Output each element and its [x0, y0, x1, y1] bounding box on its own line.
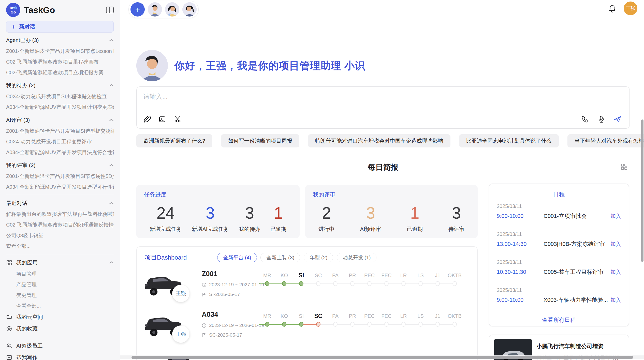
input-right-tools: [581, 115, 622, 124]
layout-grid-icon[interactable]: [621, 163, 628, 170]
project-row-z001[interactable]: 王强 Z001 2023-12-19 ~ 2027-01-19 SI-2025-…: [142, 268, 463, 299]
insert-image-button[interactable]: [158, 115, 167, 124]
project-dashboard-card: 项目Dashboard 全新平台 (4) 全新上装 (3) 年型 (2) 动总开…: [136, 246, 478, 360]
suggestion-chip[interactable]: 特朗普可能对进口汽车增税会对中国车企造成哪些影响: [308, 134, 450, 147]
sidebar-item[interactable]: C0X4-动力总成开发项目SI里程碑提交物检查: [6, 91, 114, 102]
screenshot-cut-button[interactable]: [173, 115, 182, 124]
horizontal-scrollbar-thumb[interactable]: [131, 356, 633, 359]
notifications-bell-icon[interactable]: [608, 4, 616, 12]
phone-icon: [581, 115, 589, 123]
sidebar-item-cloud-space[interactable]: 我的云空间: [6, 311, 114, 323]
section-ai-review-header[interactable]: AI评审 (3): [6, 114, 114, 126]
apps-view-all[interactable]: 查看全部...: [6, 301, 114, 311]
milestone-fec: FEC: [378, 271, 395, 299]
chevron-up-icon[interactable]: [109, 202, 114, 204]
app-item-product-mgmt[interactable]: 产品管理: [6, 279, 114, 290]
daily-brief-title: 每日简报: [368, 163, 398, 171]
sidebar-item[interactable]: C0X4-动力总成开发项目工程变更评审: [6, 136, 114, 147]
section-recent-header[interactable]: 最近对话: [6, 198, 114, 209]
sidebar-item[interactable]: Z001-全新燃油皮卡产品开发项目SI节点Lesson Learn报告: [6, 46, 114, 56]
section-title: 我的评审 (2): [6, 162, 36, 169]
agent-avatar-1[interactable]: [148, 2, 162, 17]
join-link[interactable]: 加入: [610, 213, 621, 220]
app-item-change-mgmt[interactable]: 变更管理: [6, 290, 114, 301]
suggestion-chip[interactable]: 如何写一份清晰的项目周报: [221, 134, 299, 147]
my-apps-label: 我的应用: [16, 259, 105, 266]
milestone-si: SI: [293, 312, 310, 340]
chat-input[interactable]: [143, 91, 550, 101]
agent-avatar-3[interactable]: [182, 2, 197, 17]
milestone-lr: LR: [395, 312, 412, 340]
plus-icon: ＋: [10, 23, 17, 31]
suggestion-chip[interactable]: 欧洲新规最近颁布了什么?: [136, 134, 212, 147]
sidebar-item[interactable]: C02-飞腾新能源轻客改款项目立项汇报方案: [6, 67, 114, 78]
card-title: 我的评审: [313, 191, 470, 199]
cloud-space-label: 我的云空间: [16, 313, 43, 321]
send-button[interactable]: [613, 115, 622, 124]
divider: [6, 195, 114, 195]
project-info: A034 2023-12-19 ~ 2026-01-19 SC-2025-05-…: [202, 309, 258, 340]
section-my-review-header[interactable]: 我的评审 (2): [6, 160, 114, 171]
chevron-up-icon[interactable]: [109, 39, 114, 41]
sidebar-item[interactable]: Z001-全新燃油轻卡产品开发项目SI节点属性5D文件评审: [6, 171, 114, 182]
recent-item[interactable]: 公司Q3轻卡销量: [6, 230, 114, 241]
agent-avatar-2[interactable]: [165, 2, 179, 17]
flag-icon: [202, 292, 207, 297]
project-name: A034: [202, 311, 258, 319]
event-date: 2025/03/11: [497, 287, 621, 293]
sidebar-item[interactable]: Z001-全新燃油轻卡产品开发项目SI造型提交物评审: [6, 126, 114, 136]
event-name: C005-整车工程目标评审: [544, 268, 610, 276]
sidebar: Task Go TaskGo ＋ 新对话 Agent已办 (3) Z001-全新…: [0, 0, 120, 360]
clock-icon: [202, 323, 207, 328]
collapse-sidebar-icon[interactable]: [106, 7, 114, 13]
section-agent-done-header[interactable]: Agent已办 (3): [6, 35, 114, 46]
suggestion-chip[interactable]: 比亚迪全固态电池计划具体说了什么: [459, 134, 559, 147]
my-apps-header[interactable]: 我的应用: [6, 257, 114, 268]
chevron-up-icon[interactable]: [109, 164, 114, 167]
taskgo-logo: Task Go: [6, 3, 20, 17]
logo-line2: Go: [11, 10, 16, 14]
voice-call-button[interactable]: [581, 115, 589, 124]
suggestion-chip[interactable]: 当下年轻人对汽车外观有怎样的喜好趋势: [567, 134, 644, 147]
add-agent-button[interactable]: ＋: [130, 2, 145, 17]
stat-label: 进行中: [318, 226, 334, 233]
filter-tab-upfit[interactable]: 全新上装 (3): [260, 253, 300, 262]
sidebar-item[interactable]: C02-飞腾新能源轻客改款项目里程碑画布: [6, 56, 114, 67]
stat-value: 3: [239, 202, 260, 224]
sidebar-item-ai-super-employee[interactable]: AI超级员工: [6, 340, 114, 352]
view-all-schedule-link[interactable]: 查看所有日程: [489, 316, 629, 324]
send-plane-icon: [613, 115, 622, 123]
join-link[interactable]: 加入: [610, 296, 621, 304]
milestone-j1: J1: [429, 271, 446, 299]
sidebar-item[interactable]: A034-全新新能源MUV产品开发项目计划变更表编写: [6, 102, 114, 112]
new-chat-button[interactable]: ＋ 新对话: [6, 21, 114, 33]
recent-view-all[interactable]: 查看全部...: [6, 241, 114, 251]
sidebar-item-favorites[interactable]: 我的收藏: [6, 323, 114, 335]
chevron-up-icon[interactable]: [109, 84, 114, 87]
chevron-up-icon[interactable]: [109, 261, 114, 264]
schedule-event: 2025/03/11 13:00-14:30 C003|H0B-方案冻结评审 加…: [489, 226, 629, 254]
join-link[interactable]: 加入: [610, 268, 621, 276]
app-item-project-mgmt[interactable]: 项目管理: [6, 268, 114, 279]
microphone-button[interactable]: [597, 115, 606, 124]
sidebar-item[interactable]: A034-全新新能源MUV产品开发项目造型可行性评审: [6, 182, 114, 192]
recent-item[interactable]: C02-飞腾新能源轻客改款项目的闭环通告反馈情况: [6, 219, 114, 230]
filter-tab-platform[interactable]: 全新平台 (4): [217, 253, 257, 262]
vertical-scrollbar-thumb[interactable]: [641, 119, 643, 262]
section-my-todo-header[interactable]: 我的待办 (2): [6, 80, 114, 91]
attach-file-button[interactable]: [143, 115, 151, 124]
event-date: 2025/03/11: [497, 259, 621, 265]
chevron-up-icon[interactable]: [109, 119, 114, 121]
ai-super-employee-label: AI超级员工: [16, 342, 43, 349]
user-avatar[interactable]: 王强: [624, 2, 637, 15]
milestone-fec: FEC: [378, 312, 395, 340]
recent-item[interactable]: 解释最新出台的欧盟报废车法规再生塑料比例被调至15%...: [6, 209, 114, 219]
truck-photo: 王强: [142, 309, 184, 340]
filter-tab-powertrain[interactable]: 动总开发 (1): [337, 253, 376, 262]
sidebar-item[interactable]: A034-全新新能源MUV产品开发项目法规符合性评审: [6, 147, 114, 158]
horizontal-scrollbar-track[interactable]: [120, 355, 644, 359]
sidebar-item-help-write[interactable]: 帮我写作: [6, 352, 114, 360]
filter-tab-model-year[interactable]: 年型 (2): [304, 253, 333, 262]
join-link[interactable]: 加入: [610, 241, 621, 248]
project-row-a034[interactable]: 王强 A034 2023-12-19 ~ 2026-01-19 SC-2025-…: [142, 309, 463, 340]
